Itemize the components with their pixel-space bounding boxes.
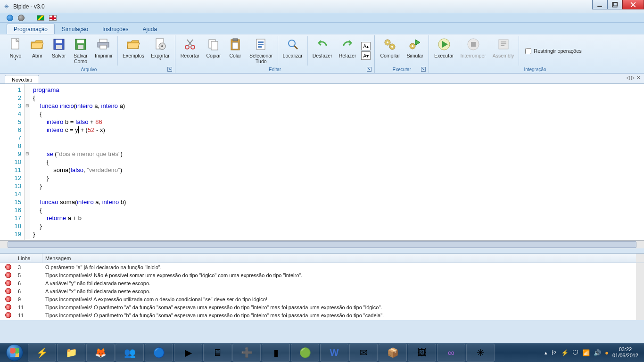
taskbar-app-1[interactable]: ⚡ (28, 344, 56, 362)
tray-network-icon[interactable]: 📶 (582, 349, 590, 356)
taskbar-chrome[interactable]: 🔵 (145, 344, 173, 362)
executar-dialog-icon[interactable]: ⬊ (421, 67, 426, 72)
col-mensagem[interactable]: Mensagem (42, 254, 636, 263)
taskbar-app-14[interactable]: 🖼 (408, 344, 436, 362)
fold-column[interactable]: ⊟⊟ (25, 84, 30, 240)
error-row[interactable]: !3O parâmetro "a" já foi declarado na fu… (0, 263, 636, 271)
svg-rect-29 (258, 41, 264, 43)
tray-expand-icon[interactable]: ▴ (545, 350, 547, 356)
close-button[interactable] (622, 0, 644, 9)
svg-point-32 (289, 40, 295, 47)
radio-blue-icon[interactable] (7, 15, 13, 21)
minimize-button[interactable] (592, 0, 607, 9)
tray-flag-icon[interactable]: 🏳 (551, 349, 557, 356)
error-row[interactable]: !6A variável "x" não foi declarada neste… (0, 287, 636, 295)
arquivo-dialog-icon[interactable]: ⬊ (167, 67, 172, 72)
tab-prev-icon[interactable]: ◁ (626, 75, 630, 80)
restringir-checkbox[interactable]: Restringir operações (520, 35, 586, 66)
tray-shield-icon[interactable]: 🛡 (572, 349, 578, 356)
taskbar-utorrent[interactable]: 🟢 (291, 344, 319, 362)
font-increase-button[interactable]: A▴ (361, 42, 371, 50)
tab-next-icon[interactable]: ▷ (631, 75, 635, 80)
start-button[interactable] (2, 343, 27, 362)
export-icon (153, 37, 168, 52)
code-area[interactable]: programa{ funcao inicio(inteiro a, intei… (30, 84, 644, 240)
taskbar-thunderbird[interactable]: ✉ (349, 344, 378, 362)
salvar-button[interactable]: Salvar (48, 35, 70, 66)
terminal-icon: ▮ (273, 347, 279, 358)
group-integracao-label: Integração (524, 67, 546, 72)
exportar-button[interactable]: Exportar▾ (148, 35, 173, 66)
taskbar-cmd[interactable]: ▮ (262, 344, 290, 362)
salvar-como-button[interactable]: Salvar Como (70, 35, 91, 66)
error-row[interactable]: !5Tipos incompatíveis! Não é possível so… (0, 271, 636, 279)
desfazer-button[interactable]: Desfazer (309, 35, 336, 66)
taskbar-firefox[interactable]: 🦊 (86, 344, 115, 362)
taskbar-vs[interactable]: ∞ (437, 344, 465, 362)
col-linha[interactable]: Linha (16, 254, 42, 263)
error-icon: ! (5, 312, 11, 318)
taskbar-explorer[interactable]: 📁 (57, 344, 85, 362)
executar-button[interactable]: Executar (431, 35, 457, 66)
editor-hscroll[interactable] (0, 240, 644, 248)
localizar-button[interactable]: Localizar (280, 35, 306, 66)
error-vscroll-track[interactable] (636, 263, 644, 320)
tray-power-icon[interactable]: ⚡ (561, 349, 569, 356)
taskbar-app-13[interactable]: 📦 (379, 344, 407, 362)
refazer-button[interactable]: Refazer (336, 35, 360, 66)
error-panel: Linha Mensagem !3O parâmetro "a" já foi … (0, 253, 644, 320)
taskbar-bipide[interactable]: ✳ (466, 344, 495, 362)
simular-button[interactable]: Simular (403, 35, 427, 66)
code-editor[interactable]: 12345678910111213141516171819 ⊟⊟ program… (0, 84, 644, 240)
error-icon: ! (5, 280, 11, 286)
ribbon-tab-programação[interactable]: Programação (7, 24, 55, 34)
tray-app-icon[interactable]: ● (605, 349, 609, 356)
maximize-button[interactable] (607, 0, 622, 9)
selecionar-tudo-button[interactable]: Selecionar Tudo (246, 35, 276, 66)
paste-icon (228, 37, 243, 52)
tray-clock[interactable]: 03:22 01/06/2012 (612, 346, 638, 359)
taskbar-app-7[interactable]: 🖥 (203, 344, 231, 362)
editar-dialog-icon[interactable]: ⬊ (367, 67, 372, 72)
recortar-button[interactable]: Recortar (177, 35, 203, 66)
taskbar-app-8[interactable]: ➕ (232, 344, 261, 362)
error-header: Linha Mensagem (0, 254, 644, 263)
generic-app-icon: 📦 (387, 347, 399, 358)
abrir-button[interactable]: Abrir (26, 35, 48, 66)
taskbar-msn[interactable]: 👥 (116, 344, 144, 362)
novo-button[interactable]: Novo▾ (5, 35, 26, 66)
error-row[interactable]: !9Tipos incompatíveis! A expressão utili… (0, 295, 636, 303)
ribbon-tab-ajuda[interactable]: Ajuda (135, 24, 164, 34)
assembly-button[interactable]: Assembly (489, 35, 518, 66)
tab-close-icon[interactable]: ✕ (636, 75, 640, 80)
copiar-button[interactable]: Copiar (203, 35, 224, 66)
svg-rect-9 (56, 45, 62, 49)
cut-icon (182, 37, 198, 52)
font-decrease-button[interactable]: A▾ (361, 51, 371, 60)
error-list[interactable]: !3O parâmetro "a" já foi declarado na fu… (0, 263, 636, 320)
file-tab[interactable]: Novo.bip (5, 75, 39, 83)
svg-rect-26 (233, 39, 238, 41)
svg-line-21 (188, 40, 193, 46)
imprimir-button[interactable]: Imprimir (91, 35, 116, 66)
flag-br-icon[interactable] (37, 15, 44, 21)
taskbar-word[interactable]: W (320, 344, 348, 362)
ribbon-tab-simulação[interactable]: Simulação (55, 24, 95, 34)
print-icon (96, 37, 111, 52)
ribbon-tab-instruções[interactable]: Instruções (95, 24, 135, 34)
interromper-button[interactable]: Interromper (457, 35, 489, 66)
svg-rect-47 (501, 43, 506, 44)
tray-volume-icon[interactable]: 🔊 (594, 349, 601, 356)
taskbar-media[interactable]: ▶ (174, 344, 202, 362)
error-row[interactable]: !11Tipos incompatíveis! O parâmetro "b" … (0, 311, 636, 319)
colar-button[interactable]: Colar (224, 35, 246, 66)
flag-uk-icon[interactable] (49, 15, 57, 21)
exemplos-button[interactable]: Exemplos (119, 35, 148, 66)
error-row[interactable]: !11Tipos incompatíveis! O parâmetro "a" … (0, 303, 636, 311)
compilar-button[interactable]: Compilar (377, 35, 403, 66)
system-tray[interactable]: ▴ 🏳 ⚡ 🛡 📶 🔊 ● 03:22 01/06/2012 (545, 346, 642, 359)
error-vscroll[interactable] (636, 254, 644, 263)
error-icon: ! (5, 288, 11, 294)
error-row[interactable]: !6A variável "y" não foi declarada neste… (0, 279, 636, 287)
radio-grey-icon[interactable] (18, 15, 25, 21)
